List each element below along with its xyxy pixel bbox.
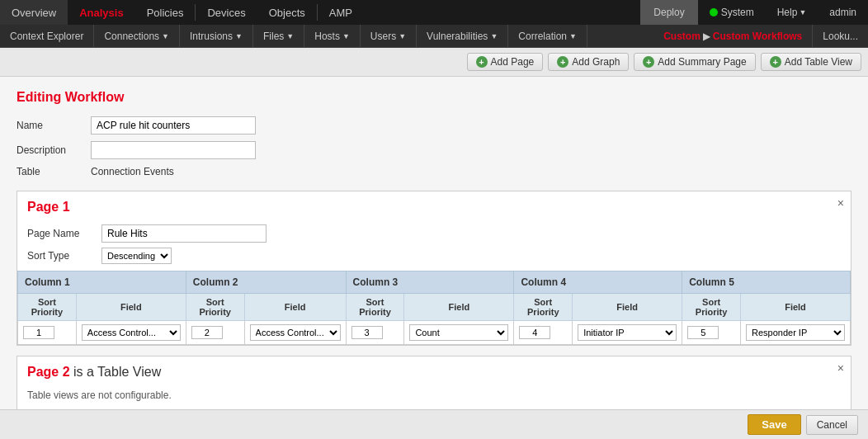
nav-amp[interactable]: AMP: [318, 0, 364, 25]
add-summary-label: Add Summary Page: [658, 56, 746, 68]
field-select-2[interactable]: Access Control... Count Initiator IP Res…: [250, 324, 341, 341]
nav-admin[interactable]: admin: [818, 0, 868, 25]
table-value: Connection Events: [91, 166, 174, 177]
col-header-5: Column 5: [682, 271, 851, 294]
nav-context-explorer[interactable]: Context Explorer: [0, 25, 94, 47]
vuln-arrow-icon: ▼: [490, 32, 498, 40]
col-header-1: Column 1: [18, 271, 186, 294]
nav-overview[interactable]: Overview: [0, 0, 68, 25]
page-name-input[interactable]: [101, 224, 267, 243]
system-label: System: [721, 7, 754, 18]
nav-devices[interactable]: Devices: [196, 0, 257, 25]
field-select-1[interactable]: Access Control... Access Control Rule Co…: [82, 324, 181, 341]
sort-priority-input-1[interactable]: [23, 326, 54, 339]
nav-hosts[interactable]: Hosts ▼: [304, 25, 361, 47]
col-header-3: Column 3: [346, 271, 514, 294]
description-input[interactable]: [91, 141, 256, 159]
nav-users[interactable]: Users ▼: [361, 25, 417, 47]
nav-policies[interactable]: Policies: [135, 0, 196, 25]
add-graph-button[interactable]: + Add Graph: [548, 53, 629, 71]
sub-sort-2: Sort Priority: [186, 294, 244, 321]
page2-close-button[interactable]: ×: [837, 361, 844, 375]
hosts-arrow-icon: ▼: [342, 32, 350, 40]
sub-field-5: Field: [740, 294, 850, 321]
add-table-icon: +: [770, 56, 781, 68]
add-table-view-button[interactable]: + Add Table View: [761, 53, 861, 71]
nav-files[interactable]: Files ▼: [253, 25, 304, 47]
add-graph-icon: +: [557, 56, 568, 68]
page1-header: Page 1 × Page Name Sort Type Descending …: [17, 191, 851, 264]
nav-intrusions[interactable]: Intrusions ▼: [180, 25, 253, 47]
name-input[interactable]: [91, 116, 256, 135]
second-nav: Context Explorer Connections ▼ Intrusion…: [0, 25, 868, 48]
toolbar: + Add Page + Add Graph + Add Summary Pag…: [0, 48, 868, 77]
editing-workflow-title: Editing Workflow: [17, 90, 851, 105]
sub-field-1: Field: [76, 294, 186, 321]
sub-field-2: Field: [244, 294, 346, 321]
sort-priority-cell-4: [514, 321, 573, 345]
users-arrow-icon: ▼: [399, 32, 406, 40]
field-cell-2: Access Control... Count Initiator IP Res…: [244, 321, 346, 345]
intrusions-arrow-icon: ▼: [235, 32, 243, 40]
nav-correlation[interactable]: Correlation ▼: [508, 25, 587, 47]
sort-type-label: Sort Type: [27, 250, 101, 262]
system-status[interactable]: System: [698, 0, 766, 25]
cancel-button[interactable]: Cancel: [806, 415, 858, 435]
add-page-label: Add Page: [491, 56, 535, 68]
main-content: Editing Workflow Name Description Table …: [0, 77, 868, 438]
breadcrumb-separator: ▶: [703, 31, 710, 42]
page2-section: × Page 2 is a Table View Table views are…: [17, 356, 851, 410]
sort-priority-input-3[interactable]: [351, 326, 383, 339]
page1-close-button[interactable]: ×: [837, 196, 844, 210]
nav-analysis[interactable]: Analysis: [68, 0, 134, 25]
sort-priority-cell-3: [346, 321, 404, 345]
columns-table: Column 1 Column 2 Column 3 Column 4 Colu…: [17, 271, 851, 345]
sub-field-3: Field: [404, 294, 514, 321]
field-cell-5: Responder IP Access Control Rule Count I…: [740, 321, 850, 345]
sort-type-select[interactable]: Descending Ascending: [101, 248, 172, 264]
field-select-5[interactable]: Responder IP Access Control Rule Count I…: [746, 324, 845, 341]
sort-priority-input-2[interactable]: [191, 326, 223, 339]
page2-title: Page 2 is a Table View: [27, 365, 841, 380]
sub-sort-3: Sort Priority: [346, 294, 404, 321]
field-select-3[interactable]: Count Access Control Rule Initiator IP R…: [409, 324, 508, 341]
field-select-4[interactable]: Initiator IP Access Control Rule Count R…: [578, 324, 677, 341]
nav-vulnerabilities[interactable]: Vulnerabilities ▼: [417, 25, 508, 47]
connections-arrow-icon: ▼: [162, 32, 169, 40]
add-table-label: Add Table View: [785, 56, 852, 68]
col-header-4: Column 4: [514, 271, 682, 294]
breadcrumb: Custom ▶ Custom Workflows: [653, 25, 812, 47]
sort-priority-input-5[interactable]: [687, 326, 719, 339]
table-row: Access Control... Access Control Rule Co…: [18, 321, 851, 345]
page2-subtitle: is a Table View: [73, 365, 161, 379]
files-arrow-icon: ▼: [286, 32, 294, 40]
page-name-row: Page Name: [27, 224, 841, 243]
breadcrumb-part2[interactable]: Custom Workflows: [713, 31, 802, 42]
correlation-arrow-icon: ▼: [569, 32, 577, 40]
sort-priority-cell-2: [186, 321, 244, 345]
deploy-button[interactable]: Deploy: [640, 0, 697, 25]
lookup-button[interactable]: Looku...: [812, 25, 868, 47]
page1-section: Page 1 × Page Name Sort Type Descending …: [17, 191, 851, 346]
name-label: Name: [17, 120, 91, 131]
field-cell-1: Access Control... Access Control Rule Co…: [76, 321, 186, 345]
nav-objects[interactable]: Objects: [257, 0, 317, 25]
description-row: Description: [17, 141, 851, 159]
top-nav-right: Deploy System Help ▼ admin: [640, 0, 868, 25]
add-summary-page-button[interactable]: + Add Summary Page: [634, 53, 755, 71]
breadcrumb-part1[interactable]: Custom: [663, 31, 701, 42]
nav-connections[interactable]: Connections ▼: [94, 25, 180, 47]
bottom-bar: Save Cancel: [0, 409, 868, 439]
sort-priority-cell-1: [18, 321, 77, 345]
sort-priority-input-4[interactable]: [519, 326, 550, 339]
page1-title: Page 1: [27, 200, 841, 215]
add-page-button[interactable]: + Add Page: [467, 53, 544, 71]
add-graph-label: Add Graph: [572, 56, 620, 68]
editing-workflow-section: Editing Workflow Name Description Table …: [17, 90, 851, 177]
save-button[interactable]: Save: [748, 414, 800, 435]
help-arrow-icon: ▼: [799, 8, 806, 17]
description-label: Description: [17, 144, 91, 156]
page2-note: Table views are not configurable.: [27, 389, 841, 401]
nav-help[interactable]: Help ▼: [766, 0, 818, 25]
col-header-2: Column 2: [186, 271, 346, 294]
